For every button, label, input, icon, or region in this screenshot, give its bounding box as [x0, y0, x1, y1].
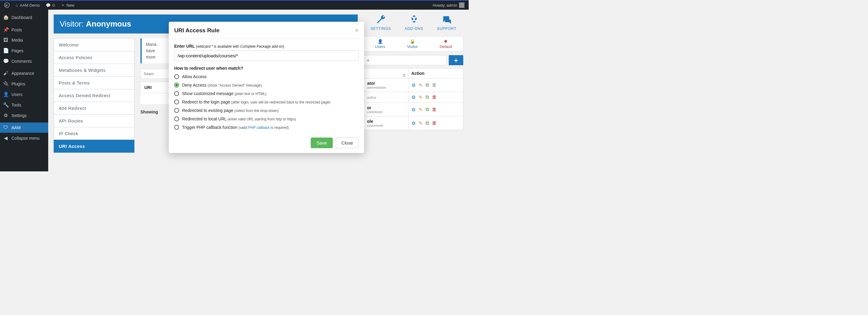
role-name: ole [367, 119, 405, 124]
aam-icon: 🛡 [3, 125, 8, 130]
site-name: AAM Demo [20, 3, 40, 7]
filter-visitor[interactable]: 🔒Visitor [407, 39, 418, 49]
add-role-button[interactable]: ＋ [449, 55, 463, 65]
delete-role-button[interactable]: 🗑 [432, 94, 437, 100]
modal-close-button[interactable]: × [355, 27, 359, 34]
modal-title: URI Access Rule [174, 27, 219, 34]
tab-access-denied-redirect[interactable]: Access Denied Redirect [54, 89, 134, 102]
manage-role-button[interactable]: ⚙ [411, 94, 415, 100]
comments-link[interactable]: 💬 0 [44, 3, 56, 7]
sidebar-item-appearance[interactable]: 🖌Appearance [0, 68, 48, 79]
redirect-option[interactable]: Redirected to local URL (enter valid URL… [174, 115, 359, 123]
tab-posts-terms[interactable]: Posts & Terms [54, 76, 134, 89]
redirect-option[interactable]: Deny Access (show "Access Denied" messag… [174, 81, 359, 89]
filter-users[interactable]: 👤Users [375, 39, 385, 49]
howdy-user[interactable]: Howdy, admin [431, 2, 466, 8]
sidebar-item-tools[interactable]: 🔧Tools [0, 99, 48, 110]
radio-icon [174, 116, 179, 121]
avatar [459, 2, 464, 8]
sidebar-item-label: Collapse menu [11, 136, 39, 141]
sidebar-item-media[interactable]: 🖼Media [0, 35, 48, 45]
role-slug: administrator [367, 86, 405, 89]
url-input[interactable] [174, 50, 359, 61]
chat-icon [441, 15, 452, 25]
role-search-input[interactable] [364, 55, 446, 65]
tab-uri-access[interactable]: URI Access [54, 140, 134, 153]
manage-role-button[interactable]: ⚙ [411, 82, 415, 88]
media-icon: 🖼 [3, 37, 8, 43]
sidebar-item-collapse[interactable]: ◀Collapse menu [0, 133, 48, 143]
sidebar-item-posts[interactable]: 📌Posts [0, 24, 48, 35]
comments-icon: 💬 [3, 58, 8, 64]
tab-metaboxes[interactable]: Metaboxes & Widgets [54, 64, 134, 77]
role-col-action[interactable]: Action [408, 68, 463, 79]
comment-icon: 💬 [46, 3, 51, 7]
redirect-option[interactable]: Redirect to the login page (after login,… [174, 98, 359, 106]
redirect-option[interactable]: Trigger PHP callback function (valid PHP… [174, 123, 359, 132]
sidebar-item-dashboard[interactable]: 🏠Dashboard [0, 12, 48, 23]
manage-role-button[interactable]: ⚙ [411, 107, 415, 113]
clone-role-button[interactable]: ⧉ [426, 120, 429, 126]
delete-role-button[interactable]: 🗑 [432, 107, 437, 113]
radio-icon [174, 83, 179, 87]
user-icon: 👤 [378, 39, 383, 44]
filter-default[interactable]: ✱Default [440, 39, 452, 49]
close-button[interactable]: Close [336, 138, 359, 148]
url-label: Enter URL (wildcard * is available with … [174, 44, 359, 49]
tab-access-policies[interactable]: Access Policies [54, 51, 134, 64]
radio-icon [174, 125, 179, 130]
sidebar-item-aam[interactable]: 🛡AAM [0, 122, 48, 133]
sidebar-item-comments[interactable]: 💬Comments [0, 56, 48, 66]
redirect-option[interactable]: Allow Access [174, 73, 359, 81]
filter-row: 👤Users 🔒Visitor ✱Default [364, 36, 463, 52]
pages-icon: 📄 [3, 48, 8, 53]
edit-role-button[interactable]: ✎ [418, 107, 423, 113]
top-support[interactable]: SUPPORT [437, 15, 457, 31]
tab-welcome[interactable]: Welcome [54, 38, 134, 51]
tab-api-routes[interactable]: API Routes [54, 114, 134, 127]
tab-404-redirect[interactable]: 404 Redirect [54, 102, 134, 115]
visitor-prefix: Visitor: [60, 19, 84, 29]
tab-ip-check[interactable]: IP Check [54, 127, 134, 140]
role-slug: contributor [367, 110, 405, 114]
right-column: SETTINGS ADD-ONS SUPPORT 👤Users 🔒Visitor… [364, 15, 463, 130]
role-slug: author [367, 96, 405, 99]
radio-icon [174, 74, 179, 79]
edit-role-button[interactable]: ✎ [418, 82, 423, 88]
sidebar-item-users[interactable]: 👤Users [0, 89, 48, 99]
edit-role-button[interactable]: ✎ [418, 120, 423, 126]
collapse-icon: ◀ [3, 135, 8, 141]
sidebar-item-pages[interactable]: 📄Pages [0, 45, 48, 56]
clone-role-button[interactable]: ⧉ [426, 82, 429, 88]
clone-role-button[interactable]: ⧉ [426, 94, 429, 100]
clone-role-button[interactable]: ⧉ [426, 107, 429, 113]
redirect-option[interactable]: Show customized message (plain text or H… [174, 89, 359, 98]
sidebar-item-plugins[interactable]: 🔌Plugins [0, 79, 48, 89]
filter-default-label: Default [440, 45, 452, 49]
home-icon: ⌂ [16, 3, 18, 7]
top-addons[interactable]: ADD-ONS [404, 15, 423, 31]
new-link[interactable]: ＋ New [59, 2, 76, 8]
wp-logo[interactable] [2, 2, 11, 8]
new-label: New [67, 3, 74, 7]
sidebar-item-settings[interactable]: ⚙Settings [0, 110, 48, 121]
sidebar-item-label: Plugins [11, 82, 25, 86]
site-link[interactable]: ⌂ AAM Demo [14, 3, 41, 7]
role-slug: customrole [367, 124, 405, 127]
delete-role-button[interactable]: 🗑 [432, 82, 437, 88]
sidebar-item-label: Dashboard [11, 15, 32, 20]
manage-role-button[interactable]: ⚙ [411, 120, 415, 126]
save-button[interactable]: Save [311, 138, 333, 148]
top-settings[interactable]: SETTINGS [370, 15, 391, 31]
settings-icon: ⚙ [3, 113, 8, 118]
sidebar-item-label: Media [11, 38, 23, 42]
redirect-option[interactable]: Redirected to existing page (select from… [174, 106, 359, 115]
delete-role-button[interactable]: 🗑 [432, 120, 437, 126]
edit-role-button[interactable]: ✎ [418, 94, 423, 100]
appearance-icon: 🖌 [3, 70, 8, 76]
admin-sidebar: 🏠Dashboard 📌Posts 🖼Media 📄Pages 💬Comment… [0, 10, 48, 171]
tools-icon: 🔧 [3, 102, 8, 108]
php-callback-link[interactable]: PHP callback [248, 125, 270, 130]
role-col-name[interactable] [364, 68, 408, 79]
plugins-icon: 🔌 [3, 81, 8, 87]
